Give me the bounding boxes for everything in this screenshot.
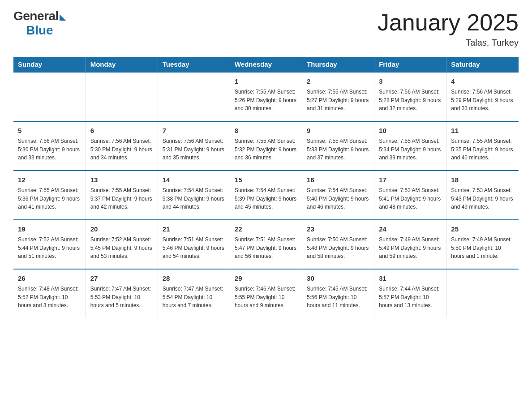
day-number: 4 <box>451 76 514 87</box>
day-info: Sunrise: 7:46 AM Sunset: 5:55 PM Dayligh… <box>235 285 297 310</box>
day-info: Sunrise: 7:49 AM Sunset: 5:49 PM Dayligh… <box>379 235 442 261</box>
calendar-cell: 18Sunrise: 7:53 AM Sunset: 5:43 PM Dayli… <box>446 171 519 220</box>
day-number: 22 <box>235 224 297 235</box>
calendar-cell: 20Sunrise: 7:52 AM Sunset: 5:45 PM Dayli… <box>86 220 158 269</box>
calendar-cell: 10Sunrise: 7:55 AM Sunset: 5:34 PM Dayli… <box>374 121 446 171</box>
day-number: 21 <box>163 224 225 235</box>
location: Talas, Turkey <box>378 38 519 48</box>
calendar-cell: 13Sunrise: 7:55 AM Sunset: 5:37 PM Dayli… <box>86 171 158 220</box>
day-number: 19 <box>18 224 81 235</box>
calendar-week-row: 26Sunrise: 7:48 AM Sunset: 5:52 PM Dayli… <box>13 269 519 318</box>
calendar-cell: 8Sunrise: 7:55 AM Sunset: 5:32 PM Daylig… <box>230 121 302 171</box>
day-number: 7 <box>163 125 225 136</box>
day-info: Sunrise: 7:56 AM Sunset: 5:29 PM Dayligh… <box>451 88 514 113</box>
calendar-week-row: 19Sunrise: 7:52 AM Sunset: 5:44 PM Dayli… <box>13 220 519 269</box>
day-info: Sunrise: 7:54 AM Sunset: 5:40 PM Dayligh… <box>307 186 369 211</box>
calendar-week-row: 12Sunrise: 7:55 AM Sunset: 5:36 PM Dayli… <box>13 171 519 220</box>
day-info: Sunrise: 7:56 AM Sunset: 5:31 PM Dayligh… <box>163 137 225 162</box>
day-number: 5 <box>18 125 81 136</box>
day-info: Sunrise: 7:55 AM Sunset: 5:36 PM Dayligh… <box>18 186 81 211</box>
day-info: Sunrise: 7:51 AM Sunset: 5:46 PM Dayligh… <box>163 235 225 261</box>
day-info: Sunrise: 7:55 AM Sunset: 5:34 PM Dayligh… <box>379 137 442 162</box>
calendar-cell: 22Sunrise: 7:51 AM Sunset: 5:47 PM Dayli… <box>230 220 302 269</box>
calendar-cell: 1Sunrise: 7:55 AM Sunset: 5:26 PM Daylig… <box>230 72 302 121</box>
logo-blue-text: Blue <box>26 23 53 38</box>
day-number: 28 <box>163 273 225 284</box>
day-info: Sunrise: 7:52 AM Sunset: 5:45 PM Dayligh… <box>90 235 153 261</box>
day-info: Sunrise: 7:47 AM Sunset: 5:54 PM Dayligh… <box>163 285 225 310</box>
calendar-cell: 24Sunrise: 7:49 AM Sunset: 5:49 PM Dayli… <box>374 220 446 269</box>
day-number: 1 <box>235 76 297 87</box>
day-info: Sunrise: 7:55 AM Sunset: 5:37 PM Dayligh… <box>90 186 153 211</box>
day-info: Sunrise: 7:45 AM Sunset: 5:56 PM Dayligh… <box>307 285 369 310</box>
month-title: January 2025 <box>378 9 519 36</box>
calendar-cell: 27Sunrise: 7:47 AM Sunset: 5:53 PM Dayli… <box>86 269 158 318</box>
day-number: 30 <box>307 273 369 284</box>
day-info: Sunrise: 7:48 AM Sunset: 5:52 PM Dayligh… <box>18 285 81 310</box>
calendar-cell: 14Sunrise: 7:54 AM Sunset: 5:38 PM Dayli… <box>158 171 230 220</box>
day-number: 29 <box>235 273 297 284</box>
page-header: General Blue January 2025 Talas, Turkey <box>13 9 519 48</box>
day-number: 26 <box>18 273 81 284</box>
day-info: Sunrise: 7:47 AM Sunset: 5:53 PM Dayligh… <box>90 285 153 310</box>
calendar-cell: 26Sunrise: 7:48 AM Sunset: 5:52 PM Dayli… <box>13 269 86 318</box>
day-number: 14 <box>163 175 225 185</box>
calendar-cell: 11Sunrise: 7:55 AM Sunset: 5:35 PM Dayli… <box>446 121 519 171</box>
calendar-cell: 16Sunrise: 7:54 AM Sunset: 5:40 PM Dayli… <box>302 171 374 220</box>
calendar-cell <box>446 269 519 318</box>
calendar-cell <box>158 72 230 121</box>
calendar-cell: 25Sunrise: 7:49 AM Sunset: 5:50 PM Dayli… <box>446 220 519 269</box>
day-number: 31 <box>379 273 442 284</box>
calendar-table: SundayMondayTuesdayWednesdayThursdayFrid… <box>13 57 519 318</box>
calendar-week-row: 5Sunrise: 7:56 AM Sunset: 5:30 PM Daylig… <box>13 121 519 171</box>
day-number: 9 <box>307 125 369 136</box>
calendar-header-row: SundayMondayTuesdayWednesdayThursdayFrid… <box>13 57 519 72</box>
day-info: Sunrise: 7:53 AM Sunset: 5:41 PM Dayligh… <box>379 186 442 211</box>
day-info: Sunrise: 7:55 AM Sunset: 5:35 PM Dayligh… <box>451 137 514 162</box>
day-info: Sunrise: 7:49 AM Sunset: 5:50 PM Dayligh… <box>451 235 514 261</box>
day-info: Sunrise: 7:55 AM Sunset: 5:26 PM Dayligh… <box>235 88 297 113</box>
day-of-week-header: Monday <box>86 57 158 72</box>
day-number: 11 <box>451 125 514 136</box>
day-number: 20 <box>90 224 153 235</box>
day-info: Sunrise: 7:55 AM Sunset: 5:33 PM Dayligh… <box>307 137 369 162</box>
day-of-week-header: Tuesday <box>158 57 230 72</box>
day-info: Sunrise: 7:55 AM Sunset: 5:32 PM Dayligh… <box>235 137 297 162</box>
logo-arrow-icon <box>60 14 66 21</box>
calendar-cell: 7Sunrise: 7:56 AM Sunset: 5:31 PM Daylig… <box>158 121 230 171</box>
day-info: Sunrise: 7:53 AM Sunset: 5:43 PM Dayligh… <box>451 186 514 211</box>
calendar-cell: 30Sunrise: 7:45 AM Sunset: 5:56 PM Dayli… <box>302 269 374 318</box>
day-number: 16 <box>307 175 369 185</box>
day-info: Sunrise: 7:54 AM Sunset: 5:38 PM Dayligh… <box>163 186 225 211</box>
calendar-week-row: 1Sunrise: 7:55 AM Sunset: 5:26 PM Daylig… <box>13 72 519 121</box>
day-of-week-header: Friday <box>374 57 446 72</box>
title-block: January 2025 Talas, Turkey <box>378 9 519 48</box>
day-number: 13 <box>90 175 153 185</box>
day-number: 12 <box>18 175 81 185</box>
day-number: 27 <box>90 273 153 284</box>
calendar-cell: 3Sunrise: 7:56 AM Sunset: 5:28 PM Daylig… <box>374 72 446 121</box>
day-number: 10 <box>379 125 442 136</box>
calendar-cell: 28Sunrise: 7:47 AM Sunset: 5:54 PM Dayli… <box>158 269 230 318</box>
calendar-cell: 17Sunrise: 7:53 AM Sunset: 5:41 PM Dayli… <box>374 171 446 220</box>
day-of-week-header: Sunday <box>13 57 86 72</box>
calendar-cell: 5Sunrise: 7:56 AM Sunset: 5:30 PM Daylig… <box>13 121 86 171</box>
day-number: 18 <box>451 175 514 185</box>
day-number: 8 <box>235 125 297 136</box>
day-number: 6 <box>90 125 153 136</box>
logo-general-text: General <box>13 9 59 23</box>
calendar-cell: 21Sunrise: 7:51 AM Sunset: 5:46 PM Dayli… <box>158 220 230 269</box>
calendar-cell: 6Sunrise: 7:56 AM Sunset: 5:30 PM Daylig… <box>86 121 158 171</box>
day-info: Sunrise: 7:50 AM Sunset: 5:48 PM Dayligh… <box>307 235 369 261</box>
day-of-week-header: Wednesday <box>230 57 302 72</box>
day-info: Sunrise: 7:56 AM Sunset: 5:30 PM Dayligh… <box>18 137 81 162</box>
calendar-cell: 15Sunrise: 7:54 AM Sunset: 5:39 PM Dayli… <box>230 171 302 220</box>
day-of-week-header: Saturday <box>446 57 519 72</box>
day-info: Sunrise: 7:44 AM Sunset: 5:57 PM Dayligh… <box>379 285 442 310</box>
day-info: Sunrise: 7:56 AM Sunset: 5:28 PM Dayligh… <box>379 88 442 113</box>
day-number: 3 <box>379 76 442 87</box>
day-of-week-header: Thursday <box>302 57 374 72</box>
calendar-cell: 2Sunrise: 7:55 AM Sunset: 5:27 PM Daylig… <box>302 72 374 121</box>
calendar-cell: 29Sunrise: 7:46 AM Sunset: 5:55 PM Dayli… <box>230 269 302 318</box>
calendar-cell <box>86 72 158 121</box>
